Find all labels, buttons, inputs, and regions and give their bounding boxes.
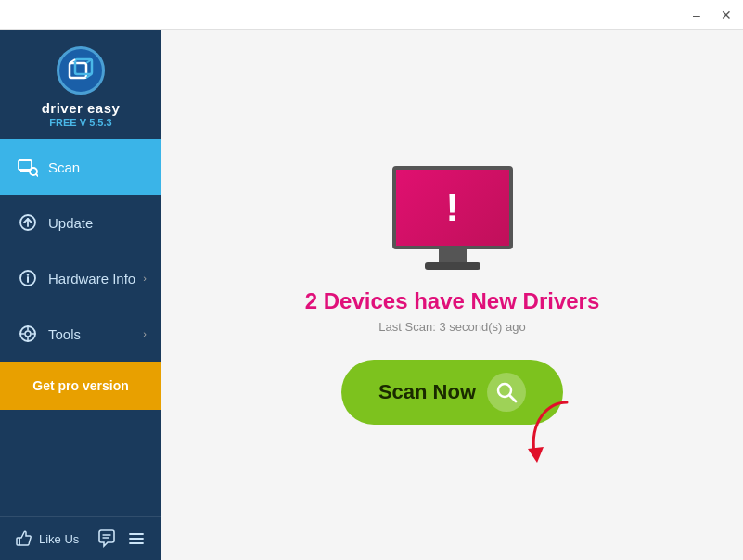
sidebar: driver easy FREE V 5.5.3 Scan: [0, 30, 161, 560]
title-bar: – ✕: [0, 0, 743, 30]
svg-point-13: [27, 274, 29, 275]
sidebar-item-hardware-info[interactable]: Hardware Info ›: [0, 250, 161, 306]
monitor-base: [425, 262, 480, 270]
logo-icon: [57, 46, 105, 95]
monitor-screen-frame: !: [392, 166, 513, 249]
app-body: driver easy FREE V 5.5.3 Scan: [0, 30, 743, 560]
sidebar-item-get-pro[interactable]: Get pro version: [0, 362, 161, 410]
like-us-label: Like Us: [39, 532, 79, 546]
svg-line-27: [510, 395, 517, 401]
sidebar-item-scan[interactable]: Scan: [0, 139, 161, 195]
svg-rect-20: [17, 538, 19, 545]
tools-arrow: ›: [143, 328, 147, 339]
svg-rect-5: [19, 160, 32, 170]
sidebar-nav: Scan Update: [0, 139, 161, 516]
title-bar-controls: – ✕: [687, 6, 736, 24]
svg-point-15: [25, 331, 31, 337]
sidebar-item-tools[interactable]: Tools ›: [0, 306, 161, 362]
sidebar-hardware-info-label: Hardware Info: [48, 271, 143, 286]
scan-now-button[interactable]: Scan Now: [341, 360, 563, 425]
exclamation-mark: !: [446, 188, 459, 227]
update-icon: [15, 210, 41, 235]
sidebar-logo: driver easy FREE V 5.5.3: [0, 30, 161, 139]
chat-icon[interactable]: [96, 528, 117, 549]
close-button[interactable]: ✕: [717, 6, 736, 24]
logo-version: FREE V 5.5.3: [49, 117, 111, 128]
list-icon[interactable]: [126, 528, 147, 549]
driver-easy-logo-svg: [66, 56, 96, 85]
main-content: ! 2 Devices have New Drivers Last Scan: …: [161, 30, 743, 560]
sidebar-bottom-icons: [96, 528, 147, 549]
thumbs-up-icon: [15, 529, 33, 548]
svg-marker-28: [528, 447, 544, 463]
status-heading: 2 Devices have New Drivers: [305, 288, 600, 314]
monitor-illustration: !: [392, 166, 513, 270]
svg-rect-0: [70, 63, 86, 78]
like-us-item[interactable]: Like Us: [15, 529, 79, 548]
sidebar-scan-label: Scan: [48, 159, 147, 175]
scan-search-icon: [487, 373, 526, 412]
scan-now-label: Scan Now: [378, 380, 476, 404]
svg-rect-6: [20, 170, 30, 172]
logo-text: driver easy: [42, 100, 121, 116]
tools-icon: [15, 321, 41, 347]
hardware-info-arrow: ›: [143, 273, 147, 284]
monitor-screen: !: [396, 170, 509, 246]
sidebar-bottom: Like Us: [0, 516, 161, 560]
get-pro-label: Get pro version: [32, 378, 128, 393]
sidebar-tools-label: Tools: [48, 326, 143, 342]
sidebar-update-label: Update: [48, 215, 147, 231]
status-subtext: Last Scan: 3 second(s) ago: [378, 320, 525, 334]
sidebar-item-update[interactable]: Update: [0, 195, 161, 250]
monitor-stand: [439, 249, 467, 262]
scan-icon: [15, 154, 41, 180]
hardware-info-icon: [15, 265, 41, 291]
minimize-button[interactable]: –: [687, 6, 706, 24]
svg-line-8: [36, 174, 38, 176]
